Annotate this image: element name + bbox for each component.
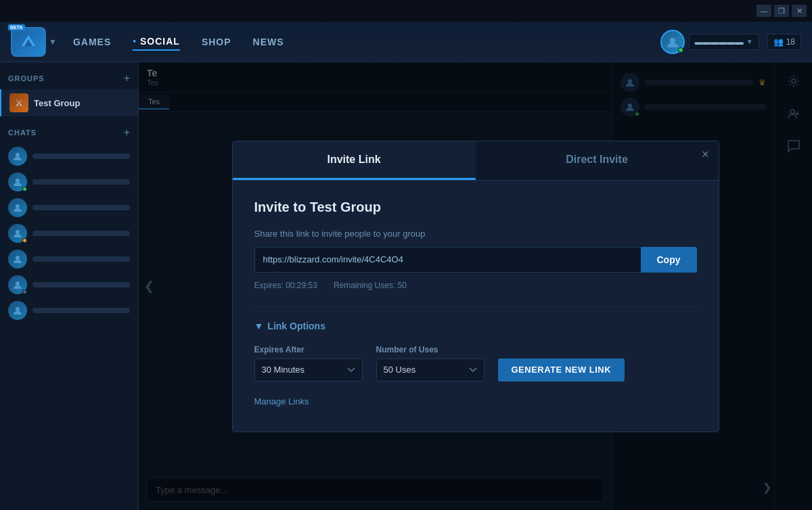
number-of-uses-label: Number of Uses — [376, 345, 484, 354]
chat-avatar — [8, 147, 27, 166]
modal-tabs: Invite Link Direct Invite — [233, 141, 719, 181]
list-item[interactable] — [0, 195, 138, 221]
chat-name-bar — [32, 179, 130, 185]
chat-name-bar — [32, 308, 130, 313]
list-item[interactable] — [0, 272, 138, 298]
chat-avatar — [8, 301, 27, 320]
link-options-chevron-icon: ▼ — [254, 321, 264, 331]
chat-name-bar — [32, 282, 130, 287]
nav-right: ▬▬▬▬▬▬ ▼ 👥 18 — [660, 30, 801, 54]
svg-point-3 — [16, 204, 20, 208]
tab-direct-invite[interactable]: Direct Invite — [476, 141, 719, 180]
link-meta: Expires: 00:29:53 Remaining Uses: 50 — [254, 281, 697, 290]
list-item[interactable] — [0, 298, 138, 323]
expires-text: Expires: 00:29:53 — [254, 281, 317, 290]
list-item[interactable] — [0, 143, 138, 169]
online-indicator — [22, 187, 27, 191]
title-bar: — ❐ ✕ — [0, 0, 812, 22]
nav-item-news[interactable]: NEWS — [253, 34, 284, 50]
group-name: Test Group — [34, 98, 80, 108]
copy-button[interactable]: Copy — [641, 247, 697, 273]
svg-point-0 — [670, 38, 675, 43]
svg-point-5 — [16, 256, 20, 260]
number-of-uses-group: Number of Uses 10 Uses 25 Uses 50 Uses 1… — [376, 345, 484, 381]
user-avatar-area[interactable]: ▬▬▬▬▬▬ ▼ — [660, 30, 759, 54]
main-layout: GROUPS + ⚔ Test Group CHATS + — [0, 62, 812, 510]
chat-avatar — [8, 198, 27, 217]
expires-after-select[interactable]: 30 Minutes 1 Hour 6 Hours 12 Hours 1 Day… — [254, 358, 363, 381]
offline-indicator — [22, 289, 27, 294]
logo-area[interactable]: BETA ▼ — [11, 27, 57, 57]
modal-overlay: × Invite Link Direct Invite Invite to Te… — [139, 62, 812, 510]
expires-after-label: Expires After — [254, 345, 363, 354]
groups-label: GROUPS — [8, 74, 45, 83]
link-options-toggle[interactable]: ▼ Link Options — [254, 321, 697, 331]
nav-item-games[interactable]: GAMES — [73, 34, 111, 50]
chat-name-bar — [32, 231, 130, 236]
list-item[interactable] — [0, 246, 138, 272]
list-item[interactable] — [0, 169, 138, 195]
content-area: Te Tes Tes ♛ — [139, 62, 812, 510]
friends-count: 18 — [786, 37, 795, 47]
top-nav: BETA ▼ GAMES SOCIAL SHOP NEWS ▬▬▬▬▬▬ ▼ — [0, 22, 812, 62]
chats-label: CHATS — [8, 129, 37, 137]
sidebar: GROUPS + ⚔ Test Group CHATS + — [0, 62, 139, 510]
nav-item-shop[interactable]: SHOP — [202, 34, 231, 50]
groups-section-header: GROUPS + — [0, 70, 138, 87]
svg-point-2 — [16, 179, 20, 183]
invite-link-row: Copy — [254, 247, 697, 273]
online-status-dot — [678, 47, 683, 53]
add-group-button[interactable]: + — [124, 73, 130, 84]
link-options-label: Link Options — [267, 321, 325, 331]
chat-name-bar — [32, 256, 130, 262]
list-item[interactable] — [0, 221, 138, 246]
group-item-test[interactable]: ⚔ Test Group — [0, 89, 138, 116]
group-icon: ⚔ — [9, 93, 28, 112]
username-area[interactable]: ▬▬▬▬▬▬ ▼ — [689, 34, 759, 50]
username-text: ▬▬▬▬▬▬ — [695, 37, 744, 47]
friends-icon: 👥 — [773, 37, 784, 47]
chat-name-bar — [32, 205, 130, 210]
chat-avatar — [8, 275, 27, 294]
nav-item-social[interactable]: SOCIAL — [133, 33, 180, 51]
chat-avatar — [8, 250, 27, 269]
options-row: Expires After 30 Minutes 1 Hour 6 Hours … — [254, 345, 697, 381]
link-options-body: Expires After 30 Minutes 1 Hour 6 Hours … — [254, 345, 697, 413]
modal-description: Share this link to invite people to your… — [254, 229, 697, 239]
blizzard-logo: BETA — [11, 27, 46, 57]
svg-point-6 — [16, 281, 20, 285]
invite-link-input[interactable] — [254, 247, 641, 273]
chats-section-header: CHATS + — [0, 124, 138, 141]
manage-links-link[interactable]: Manage Links — [254, 396, 309, 407]
svg-point-1 — [16, 153, 20, 157]
away-indicator — [22, 238, 27, 243]
divider — [254, 306, 697, 307]
chat-avatar — [8, 224, 27, 243]
restore-button[interactable]: ❐ — [774, 5, 789, 17]
expires-after-group: Expires After 30 Minutes 1 Hour 6 Hours … — [254, 345, 363, 381]
minimize-button[interactable]: — — [757, 5, 771, 17]
chats-section: CHATS + — [0, 124, 138, 323]
close-button[interactable]: ✕ — [792, 5, 807, 17]
nav-items: GAMES SOCIAL SHOP NEWS — [73, 33, 660, 51]
chat-name-bar — [32, 154, 130, 159]
number-of-uses-select[interactable]: 10 Uses 25 Uses 50 Uses 100 Uses Unlimit… — [376, 358, 484, 381]
invite-modal: × Invite Link Direct Invite Invite to Te… — [232, 141, 719, 432]
beta-badge: BETA — [8, 24, 25, 30]
avatar — [660, 30, 685, 54]
tab-invite-link[interactable]: Invite Link — [233, 141, 476, 180]
modal-close-button[interactable]: × — [702, 148, 709, 160]
remaining-uses-text: Remaining Uses: 50 — [334, 281, 407, 290]
logo-dropdown-arrow[interactable]: ▼ — [49, 37, 57, 47]
modal-title: Invite to Test Group — [254, 200, 697, 215]
svg-point-4 — [16, 230, 20, 234]
add-chat-button[interactable]: + — [124, 127, 130, 138]
username-dropdown-arrow: ▼ — [746, 38, 753, 45]
friends-badge[interactable]: 👥 18 — [767, 34, 801, 50]
chat-avatar — [8, 172, 27, 191]
modal-body: Invite to Test Group Share this link to … — [233, 181, 719, 432]
svg-point-7 — [16, 307, 20, 311]
generate-link-button[interactable]: Generate New Link — [498, 358, 625, 381]
